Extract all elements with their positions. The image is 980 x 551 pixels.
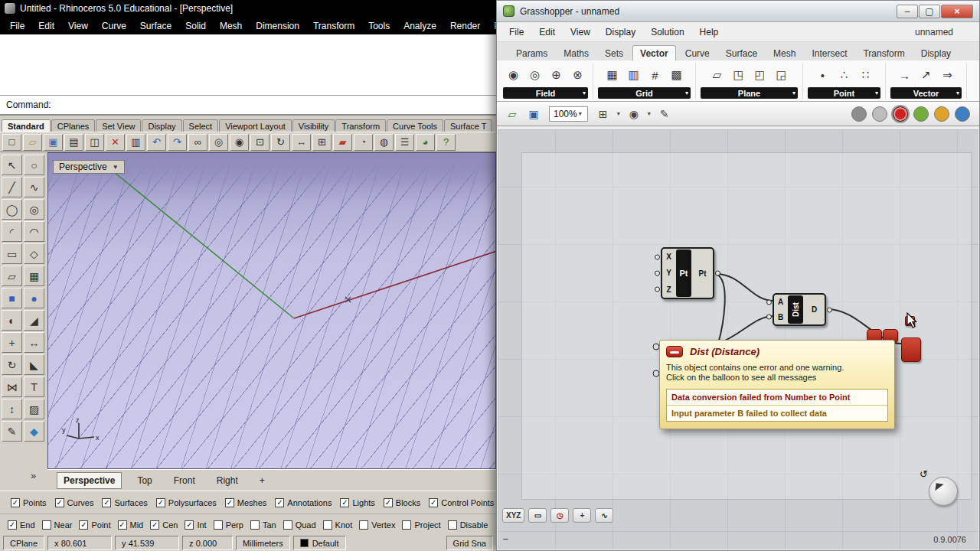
osnap-toggle[interactable]: Cen bbox=[150, 520, 178, 530]
component-input-port[interactable]: A bbox=[774, 295, 787, 310]
rhino-menu-item[interactable]: Dimension bbox=[249, 18, 306, 34]
toolbar-button[interactable]: ↶ bbox=[147, 134, 166, 151]
display-toggle[interactable]: Points bbox=[11, 498, 47, 507]
component-distance[interactable]: A B Dist D bbox=[773, 293, 826, 326]
sidebar-tool-button[interactable]: ▱ bbox=[2, 266, 22, 286]
viewport-tab[interactable]: Front bbox=[168, 473, 201, 488]
canvas-widget-button[interactable]: + bbox=[573, 508, 591, 523]
rhino-menu-item[interactable]: Render bbox=[443, 18, 487, 34]
osnap-toggle[interactable]: End bbox=[8, 520, 35, 530]
palette-group-label[interactable]: Field ▾ bbox=[503, 87, 588, 99]
checkbox[interactable] bbox=[384, 498, 393, 507]
sidebar-tool-button[interactable]: ⋈ bbox=[2, 377, 22, 397]
checkbox[interactable] bbox=[323, 520, 332, 530]
osnap-toggle[interactable]: Vertex bbox=[359, 520, 395, 530]
rhino-menu-item[interactable]: Solid bbox=[178, 18, 213, 34]
component-icon[interactable]: ◎ bbox=[526, 66, 544, 84]
gh-menu-item[interactable]: View bbox=[563, 24, 598, 41]
rhino-menu-item[interactable]: Mesh bbox=[213, 18, 249, 34]
command-line[interactable]: Command: bbox=[0, 96, 496, 116]
input-grip-icon[interactable] bbox=[766, 299, 772, 305]
gh-titlebar[interactable]: Grasshopper - unnamed – ▢ × bbox=[497, 1, 979, 22]
component-icon[interactable]: • bbox=[814, 66, 832, 84]
maximize-button[interactable]: ▢ bbox=[919, 5, 940, 18]
display-toggle[interactable]: Surfaces bbox=[102, 498, 147, 507]
sidebar-tool-button[interactable]: ◢ bbox=[24, 310, 44, 331]
sidebar-tool-button[interactable]: ◎ bbox=[24, 199, 44, 220]
sidebar-tool-button[interactable]: T bbox=[24, 377, 44, 397]
osnap-toggle[interactable]: Perp bbox=[214, 520, 243, 530]
gh-category-tab[interactable]: Intersect bbox=[805, 46, 854, 60]
gh-canvas[interactable]: X Y Z Pt bbox=[498, 129, 978, 549]
gh-category-tab[interactable]: Vector bbox=[632, 45, 676, 60]
sidebar-tool-button[interactable]: ∿ bbox=[24, 177, 44, 197]
rhino-titlebar[interactable]: Untitled - Rhinoceros 5.0 Educational - … bbox=[0, 0, 496, 17]
sidebar-tool-button[interactable]: ◠ bbox=[24, 221, 44, 242]
display-toggle[interactable]: Control Points bbox=[429, 498, 494, 507]
component-name-label[interactable]: Dist bbox=[788, 295, 803, 324]
gh-category-tab[interactable]: Maths bbox=[557, 46, 596, 60]
palette-group-label[interactable]: Point ▾ bbox=[808, 87, 880, 99]
sidebar-tool-button[interactable]: ◣ bbox=[24, 354, 44, 375]
checkbox[interactable] bbox=[359, 520, 368, 530]
gh-category-tab[interactable]: Display bbox=[914, 46, 958, 60]
preview-mode-icon[interactable] bbox=[851, 106, 867, 122]
component-output-port[interactable]: Pt bbox=[692, 249, 713, 298]
preview-mode-icon[interactable] bbox=[913, 106, 929, 122]
toolbar-tab[interactable]: Display bbox=[142, 119, 181, 132]
component-input-port[interactable]: Y bbox=[662, 265, 675, 281]
gh-category-tab[interactable]: Curve bbox=[678, 46, 717, 60]
chevron-down-icon[interactable]: ▾ bbox=[616, 110, 622, 117]
checkbox[interactable] bbox=[102, 498, 111, 507]
toolbar-button[interactable]: ? bbox=[436, 134, 456, 151]
toolbar-button[interactable]: □ bbox=[2, 134, 21, 151]
preview-mode-icon[interactable] bbox=[893, 106, 908, 122]
gh-category-tab[interactable]: Mesh bbox=[766, 46, 802, 60]
viewport-perspective[interactable]: Perspective ▼ z x y bbox=[47, 152, 496, 469]
toolbar-tab[interactable]: Surface T bbox=[444, 119, 493, 132]
gh-category-tab[interactable]: Params bbox=[509, 46, 554, 60]
checkbox[interactable] bbox=[118, 520, 127, 530]
osnap-toggle[interactable]: Quad bbox=[283, 520, 316, 530]
rhino-menu-item[interactable]: Edit bbox=[31, 18, 61, 34]
output-grip-icon[interactable] bbox=[715, 271, 720, 276]
component-icon[interactable]: ⊗ bbox=[569, 66, 587, 84]
component-icon[interactable]: ◉ bbox=[505, 66, 523, 84]
component-icon[interactable]: ∷ bbox=[857, 66, 875, 84]
minimize-button[interactable]: – bbox=[897, 5, 918, 18]
toolbar-button[interactable]: ☰ bbox=[395, 134, 414, 151]
component-icon[interactable]: # bbox=[646, 66, 665, 84]
command-history[interactable] bbox=[0, 34, 496, 96]
component-icon[interactable]: ◰ bbox=[751, 66, 769, 84]
component-icon[interactable]: ⊕ bbox=[547, 66, 566, 84]
gh-menu-item[interactable]: File bbox=[501, 24, 531, 41]
toolbar-button[interactable]: ▣ bbox=[44, 134, 63, 151]
preview-eye-icon[interactable]: ◉ bbox=[625, 105, 643, 123]
component-icon[interactable]: ◲ bbox=[773, 66, 791, 84]
component-name-label[interactable]: Pt bbox=[676, 249, 691, 297]
gh-category-tab[interactable]: Sets bbox=[598, 46, 630, 60]
component-icon[interactable]: ◳ bbox=[730, 66, 748, 84]
toolbar-tab[interactable]: Select bbox=[183, 119, 219, 132]
osnap-toggle[interactable]: Point bbox=[79, 520, 110, 530]
sidebar-tool-button[interactable]: ◯ bbox=[2, 199, 22, 220]
toolbar-tab[interactable]: Curve Tools bbox=[387, 119, 443, 132]
display-toggle[interactable]: Annotations bbox=[275, 498, 332, 507]
checkbox[interactable] bbox=[429, 498, 438, 507]
status-cplane[interactable]: CPlane bbox=[3, 536, 44, 550]
zoom-level-select[interactable]: 100% ▾ bbox=[549, 106, 588, 122]
canvas-widget-button[interactable]: ◷ bbox=[550, 508, 569, 523]
component-icon[interactable]: ▩ bbox=[668, 66, 686, 84]
checkbox[interactable] bbox=[250, 520, 260, 530]
component-output-port[interactable]: D bbox=[804, 295, 825, 324]
palette-group-label[interactable]: Plane ▾ bbox=[701, 87, 798, 99]
display-toggle[interactable]: Polysurfaces bbox=[156, 498, 217, 507]
display-toggle[interactable]: Curves bbox=[55, 498, 94, 507]
toolbar-tab[interactable]: Standard bbox=[2, 119, 51, 132]
save-file-icon[interactable]: ▣ bbox=[524, 105, 543, 123]
toolbar-tab[interactable]: Visibility bbox=[292, 119, 335, 132]
error-balloon[interactable]: Dist (Distance) This object contains one… bbox=[659, 340, 895, 429]
error-component[interactable] bbox=[901, 337, 921, 362]
input-grip-icon[interactable] bbox=[655, 287, 660, 292]
checkbox[interactable] bbox=[402, 520, 411, 530]
